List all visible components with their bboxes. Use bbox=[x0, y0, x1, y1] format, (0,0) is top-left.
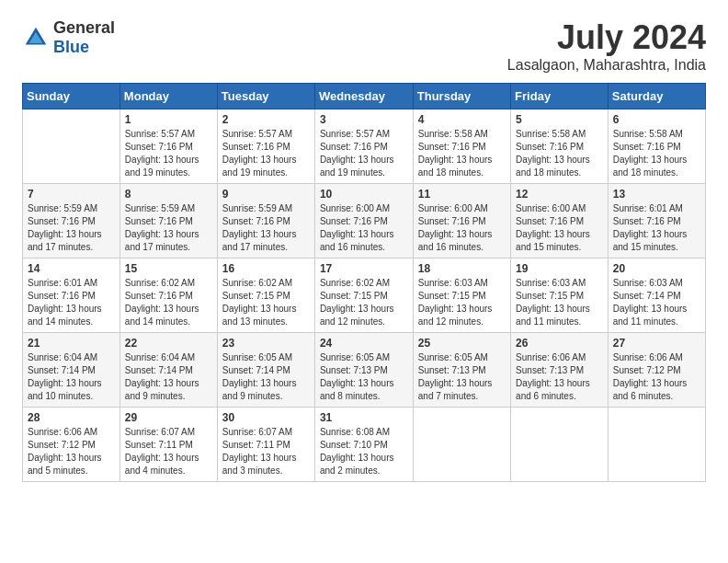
col-tuesday: Tuesday bbox=[217, 84, 314, 109]
calendar-cell: 8Sunrise: 5:59 AMSunset: 7:16 PMDaylight… bbox=[119, 184, 217, 259]
calendar-cell: 1Sunrise: 5:57 AMSunset: 7:16 PMDaylight… bbox=[119, 109, 217, 184]
calendar-cell: 20Sunrise: 6:03 AMSunset: 7:14 PMDayligh… bbox=[608, 259, 705, 333]
day-number: 3 bbox=[320, 113, 408, 126]
calendar-cell bbox=[511, 408, 609, 482]
day-number: 13 bbox=[613, 188, 700, 201]
calendar-cell: 7Sunrise: 5:59 AMSunset: 7:16 PMDaylight… bbox=[23, 184, 120, 259]
day-info: Sunrise: 5:59 AMSunset: 7:16 PMDaylight:… bbox=[222, 202, 310, 254]
logo-icon bbox=[22, 24, 50, 52]
calendar-cell: 9Sunrise: 5:59 AMSunset: 7:16 PMDaylight… bbox=[217, 184, 314, 259]
calendar-cell: 31Sunrise: 6:08 AMSunset: 7:10 PMDayligh… bbox=[314, 408, 413, 482]
logo-general: General bbox=[53, 18, 115, 37]
calendar-week-4: 21Sunrise: 6:04 AMSunset: 7:14 PMDayligh… bbox=[23, 333, 706, 408]
day-number: 16 bbox=[222, 262, 310, 275]
title-section: July 2024 Lasalgaon, Maharashtra, India bbox=[507, 18, 706, 74]
day-info: Sunrise: 6:06 AMSunset: 7:13 PMDaylight:… bbox=[516, 351, 603, 403]
day-number: 26 bbox=[516, 337, 603, 350]
page-header: General Blue July 2024 Lasalgaon, Mahara… bbox=[22, 18, 706, 74]
calendar-cell: 26Sunrise: 6:06 AMSunset: 7:13 PMDayligh… bbox=[511, 333, 609, 408]
day-number: 15 bbox=[125, 262, 212, 275]
calendar-cell: 25Sunrise: 6:05 AMSunset: 7:13 PMDayligh… bbox=[413, 333, 510, 408]
calendar-cell: 23Sunrise: 6:05 AMSunset: 7:14 PMDayligh… bbox=[217, 333, 314, 408]
calendar-cell: 13Sunrise: 6:01 AMSunset: 7:16 PMDayligh… bbox=[608, 184, 705, 259]
calendar-cell: 11Sunrise: 6:00 AMSunset: 7:16 PMDayligh… bbox=[413, 184, 510, 259]
day-info: Sunrise: 6:01 AMSunset: 7:16 PMDaylight:… bbox=[28, 277, 115, 328]
day-number: 9 bbox=[222, 188, 310, 201]
day-info: Sunrise: 6:01 AMSunset: 7:16 PMDaylight:… bbox=[613, 202, 700, 254]
day-info: Sunrise: 6:07 AMSunset: 7:11 PMDaylight:… bbox=[125, 426, 212, 477]
day-number: 29 bbox=[125, 411, 212, 424]
day-number: 6 bbox=[613, 113, 700, 126]
day-info: Sunrise: 6:00 AMSunset: 7:16 PMDaylight:… bbox=[320, 202, 408, 254]
col-monday: Monday bbox=[119, 84, 217, 109]
calendar-cell bbox=[413, 408, 510, 482]
header-row: Sunday Monday Tuesday Wednesday Thursday… bbox=[23, 84, 706, 109]
day-info: Sunrise: 6:02 AMSunset: 7:15 PMDaylight:… bbox=[320, 277, 408, 328]
day-number: 8 bbox=[125, 188, 212, 201]
calendar-week-3: 14Sunrise: 6:01 AMSunset: 7:16 PMDayligh… bbox=[23, 259, 706, 333]
col-thursday: Thursday bbox=[413, 84, 510, 109]
calendar-cell: 14Sunrise: 6:01 AMSunset: 7:16 PMDayligh… bbox=[23, 259, 120, 333]
location: Lasalgaon, Maharashtra, India bbox=[507, 57, 706, 74]
day-number: 22 bbox=[125, 337, 212, 350]
day-number: 31 bbox=[320, 411, 408, 424]
logo-text: General Blue bbox=[53, 18, 115, 57]
day-info: Sunrise: 6:04 AMSunset: 7:14 PMDaylight:… bbox=[125, 351, 212, 403]
logo: General Blue bbox=[22, 18, 115, 57]
day-info: Sunrise: 6:00 AMSunset: 7:16 PMDaylight:… bbox=[418, 202, 506, 254]
day-info: Sunrise: 6:02 AMSunset: 7:15 PMDaylight:… bbox=[222, 277, 310, 328]
calendar-cell: 4Sunrise: 5:58 AMSunset: 7:16 PMDaylight… bbox=[413, 109, 510, 184]
calendar-cell: 15Sunrise: 6:02 AMSunset: 7:16 PMDayligh… bbox=[119, 259, 217, 333]
day-info: Sunrise: 5:57 AMSunset: 7:16 PMDaylight:… bbox=[222, 128, 310, 179]
day-info: Sunrise: 6:03 AMSunset: 7:14 PMDaylight:… bbox=[613, 277, 700, 328]
day-number: 27 bbox=[613, 337, 700, 350]
day-info: Sunrise: 5:58 AMSunset: 7:16 PMDaylight:… bbox=[418, 128, 506, 179]
calendar-week-1: 1Sunrise: 5:57 AMSunset: 7:16 PMDaylight… bbox=[23, 109, 706, 184]
day-number: 4 bbox=[418, 113, 506, 126]
col-sunday: Sunday bbox=[23, 84, 120, 109]
calendar-cell: 27Sunrise: 6:06 AMSunset: 7:12 PMDayligh… bbox=[608, 333, 705, 408]
day-number: 2 bbox=[222, 113, 310, 126]
day-number: 20 bbox=[613, 262, 700, 275]
month-year: July 2024 bbox=[507, 18, 706, 57]
calendar-cell: 6Sunrise: 5:58 AMSunset: 7:16 PMDaylight… bbox=[608, 109, 705, 184]
day-info: Sunrise: 6:00 AMSunset: 7:16 PMDaylight:… bbox=[516, 202, 603, 254]
day-number: 7 bbox=[28, 188, 115, 201]
day-info: Sunrise: 6:03 AMSunset: 7:15 PMDaylight:… bbox=[418, 277, 506, 328]
calendar-week-5: 28Sunrise: 6:06 AMSunset: 7:12 PMDayligh… bbox=[23, 408, 706, 482]
calendar-week-2: 7Sunrise: 5:59 AMSunset: 7:16 PMDaylight… bbox=[23, 184, 706, 259]
day-info: Sunrise: 6:04 AMSunset: 7:14 PMDaylight:… bbox=[28, 351, 115, 403]
day-number: 25 bbox=[418, 337, 506, 350]
col-friday: Friday bbox=[511, 84, 609, 109]
day-number: 28 bbox=[28, 411, 115, 424]
calendar-cell bbox=[23, 109, 120, 184]
calendar-cell: 10Sunrise: 6:00 AMSunset: 7:16 PMDayligh… bbox=[314, 184, 413, 259]
day-info: Sunrise: 6:05 AMSunset: 7:13 PMDaylight:… bbox=[320, 351, 408, 403]
day-number: 21 bbox=[28, 337, 115, 350]
day-number: 18 bbox=[418, 262, 506, 275]
calendar-cell bbox=[608, 408, 705, 482]
calendar-cell: 21Sunrise: 6:04 AMSunset: 7:14 PMDayligh… bbox=[23, 333, 120, 408]
calendar-cell: 29Sunrise: 6:07 AMSunset: 7:11 PMDayligh… bbox=[119, 408, 217, 482]
col-saturday: Saturday bbox=[608, 84, 705, 109]
day-number: 5 bbox=[516, 113, 603, 126]
calendar-cell: 5Sunrise: 5:58 AMSunset: 7:16 PMDaylight… bbox=[511, 109, 609, 184]
day-number: 24 bbox=[320, 337, 408, 350]
calendar-cell: 18Sunrise: 6:03 AMSunset: 7:15 PMDayligh… bbox=[413, 259, 510, 333]
day-info: Sunrise: 5:58 AMSunset: 7:16 PMDaylight:… bbox=[516, 128, 603, 179]
day-number: 1 bbox=[125, 113, 212, 126]
day-info: Sunrise: 6:05 AMSunset: 7:13 PMDaylight:… bbox=[418, 351, 506, 403]
day-info: Sunrise: 6:02 AMSunset: 7:16 PMDaylight:… bbox=[125, 277, 212, 328]
calendar-cell: 3Sunrise: 5:57 AMSunset: 7:16 PMDaylight… bbox=[314, 109, 413, 184]
day-info: Sunrise: 5:59 AMSunset: 7:16 PMDaylight:… bbox=[28, 202, 115, 254]
day-info: Sunrise: 5:57 AMSunset: 7:16 PMDaylight:… bbox=[320, 128, 408, 179]
logo-blue: Blue bbox=[53, 38, 89, 56]
day-number: 10 bbox=[320, 188, 408, 201]
calendar-cell: 28Sunrise: 6:06 AMSunset: 7:12 PMDayligh… bbox=[23, 408, 120, 482]
calendar-cell: 30Sunrise: 6:07 AMSunset: 7:11 PMDayligh… bbox=[217, 408, 314, 482]
day-info: Sunrise: 6:05 AMSunset: 7:14 PMDaylight:… bbox=[222, 351, 310, 403]
calendar-cell: 12Sunrise: 6:00 AMSunset: 7:16 PMDayligh… bbox=[511, 184, 609, 259]
day-number: 23 bbox=[222, 337, 310, 350]
day-info: Sunrise: 6:07 AMSunset: 7:11 PMDaylight:… bbox=[222, 426, 310, 477]
day-info: Sunrise: 6:06 AMSunset: 7:12 PMDaylight:… bbox=[613, 351, 700, 403]
